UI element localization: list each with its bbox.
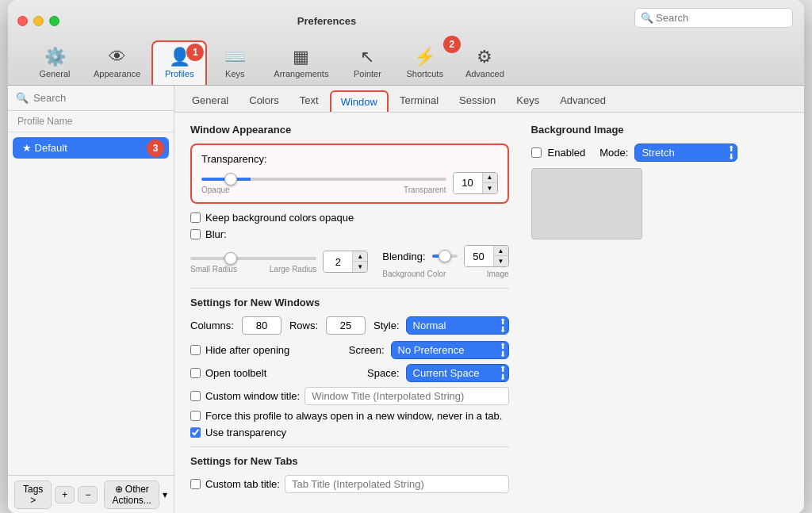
toolbar-search-area: 🔍 [634, 8, 793, 34]
tab-terminal[interactable]: Terminal [390, 90, 448, 112]
keep-opaque-row: Keep background colors opaque [190, 212, 509, 224]
tab-colors[interactable]: Colors [239, 90, 289, 112]
blending-right-label: Image [487, 270, 509, 278]
style-select[interactable]: Normal No Title Bar Compact [406, 316, 509, 335]
style-row: Style: Normal No Title Bar Compact ⬆⬇ [373, 316, 509, 335]
style-select-wrapper: Normal No Title Bar Compact ⬆⬇ [406, 316, 509, 335]
keep-opaque-label: Keep background colors opaque [205, 212, 354, 224]
remove-profile-button[interactable]: − [78, 486, 98, 503]
tab-keys[interactable]: Keys [507, 90, 549, 112]
bg-enabled-checkbox[interactable] [531, 147, 542, 158]
blending-step-down[interactable]: ▼ [494, 256, 508, 266]
other-actions-button[interactable]: ⊕ Other Actions... [104, 480, 159, 509]
blending-labels: Background Color Image [382, 270, 508, 278]
toolbar-advanced[interactable]: ⚙ Advanced [454, 42, 515, 85]
toolbar-general[interactable]: ⚙️ General [27, 42, 82, 85]
force-new-window-label: Force this profile to always open in a n… [205, 410, 502, 422]
space-label: Space: [367, 367, 399, 379]
custom-tab-title-input[interactable] [285, 475, 509, 493]
blending-label: Blending: [382, 251, 425, 262]
use-transparency-label: Use transparency [205, 427, 286, 438]
blur-stepper: 2 ▲ ▼ [323, 251, 368, 273]
transparency-input[interactable]: 10 [454, 173, 482, 193]
blur-step-down[interactable]: ▼ [353, 262, 367, 272]
tab-window[interactable]: Window [330, 90, 389, 112]
toolbar-arrangements[interactable]: ▦ Arrangements [262, 42, 339, 85]
blur-input[interactable]: 2 [324, 251, 352, 272]
tab-session[interactable]: Session [450, 90, 505, 112]
panel-content: Window Appearance Transparency: Opaque T… [174, 113, 804, 513]
toolbar: ⚙️ General 👁 Appearance 👤 Profiles 1 ⌨️ … [19, 40, 793, 85]
custom-window-title-input[interactable] [304, 387, 508, 405]
sidebar-search-input[interactable] [33, 92, 166, 104]
use-transparency-checkbox[interactable] [190, 427, 201, 438]
transparency-block: Transparency: Opaque Transparent [190, 144, 509, 204]
arrangements-icon: ▦ [293, 47, 309, 67]
profile-item-default[interactable]: ★ Default 3 [13, 137, 169, 159]
close-button[interactable] [17, 16, 28, 26]
add-profile-button[interactable]: + [55, 486, 75, 503]
toolbar-pointer[interactable]: ↖ Pointer [339, 42, 395, 85]
transparency-label: Transparency: [201, 153, 498, 165]
space-row: Open toolbelt Space: Current Space All S… [190, 364, 509, 382]
rows-input[interactable]: 25 [326, 316, 366, 335]
custom-window-title-row: Custom window title: [190, 387, 509, 405]
hide-after-opening-checkbox[interactable] [190, 345, 201, 355]
general-icon: ⚙️ [44, 47, 66, 67]
right-panel: General Colors Text Window Terminal Sess… [174, 86, 804, 513]
sidebar-profile-header: Profile Name [8, 111, 174, 132]
toolbar-appearance[interactable]: 👁 Appearance [82, 42, 151, 85]
blur-slider[interactable] [190, 257, 316, 260]
transparency-step-down[interactable]: ▼ [483, 183, 497, 193]
tab-general[interactable]: General [182, 90, 238, 112]
custom-tab-title-checkbox[interactable] [190, 479, 201, 489]
blur-step-up[interactable]: ▲ [353, 251, 367, 262]
tab-text[interactable]: Text [290, 90, 328, 112]
blending-slider[interactable] [432, 255, 458, 258]
screen-row: Hide after opening Screen: No Preference… [190, 341, 509, 359]
blur-checkbox[interactable] [190, 229, 201, 239]
cols-rows-style-row: Columns: 80 Rows: 25 Style: Normal [190, 316, 509, 335]
two-col-layout: Window Appearance Transparency: Opaque T… [190, 124, 788, 498]
tags-button[interactable]: Tags > [14, 480, 52, 509]
toolbar-keys[interactable]: ⌨️ Keys [207, 42, 262, 85]
custom-window-title-label: Custom window title: [205, 390, 300, 402]
blur-slider-labels: Small Radius Large Radius [190, 265, 316, 274]
transparency-right-label: Transparent [404, 186, 446, 194]
maximize-button[interactable] [49, 16, 59, 26]
blending-step-up[interactable]: ▲ [494, 246, 508, 256]
space-select[interactable]: Current Space All Spaces [406, 364, 509, 382]
columns-input[interactable]: 80 [242, 316, 282, 335]
open-toolbelt-row: Open toolbelt [190, 367, 266, 379]
open-toolbelt-checkbox[interactable] [190, 368, 201, 378]
toolbar-shortcuts-label: Shortcuts [406, 69, 442, 78]
shortcuts-icon: ⚡ [414, 47, 435, 67]
background-image-section: Background Image Enabled Mode: Stretch T… [531, 124, 788, 498]
transparency-step-up[interactable]: ▲ [483, 173, 497, 183]
screen-select[interactable]: No Preference Main Screen Screen with Cu… [391, 341, 509, 359]
force-new-window-row: Force this profile to always open in a n… [190, 410, 509, 422]
search-input[interactable] [634, 8, 793, 28]
badge-2: 2 [443, 36, 461, 53]
toolbar-profiles-label: Profiles [165, 69, 194, 78]
force-new-window-checkbox[interactable] [190, 411, 201, 421]
toolbar-shortcuts[interactable]: ⚡ Shortcuts 2 [395, 42, 454, 85]
window-controls [17, 16, 59, 26]
minimize-button[interactable] [33, 16, 44, 26]
keep-opaque-checkbox[interactable] [190, 212, 201, 223]
custom-tab-title-row: Custom tab title: [190, 475, 509, 493]
toolbar-profiles[interactable]: 👤 Profiles 1 [151, 40, 207, 85]
transparency-slider-row: Opaque Transparent 10 ▲ ▼ [201, 171, 498, 194]
tab-advanced[interactable]: Advanced [550, 90, 615, 112]
custom-window-title-checkbox[interactable] [190, 391, 201, 401]
transparency-slider[interactable] [201, 178, 446, 181]
rows-label: Rows: [289, 320, 318, 331]
bg-mode-select[interactable]: Stretch Tile Scale Fill [634, 144, 737, 162]
blending-input[interactable]: 50 [465, 246, 493, 266]
titlebar-top: Preferences 🔍 [19, 8, 793, 34]
sidebar: 🔍 Profile Name ★ Default 3 Tags > + − ⊕ … [8, 86, 174, 513]
badge-1: 1 [186, 44, 204, 61]
bg-enabled-label: Enabled [548, 147, 586, 159]
style-label: Style: [373, 320, 400, 331]
sidebar-search-icon: 🔍 [16, 92, 29, 104]
